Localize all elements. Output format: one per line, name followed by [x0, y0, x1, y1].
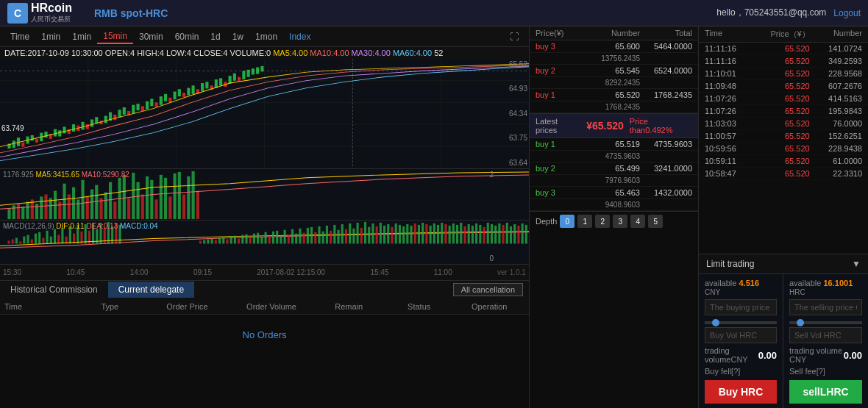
tl-number-11: 22.3310 [810, 169, 862, 178]
svg-rect-88 [104, 192, 107, 218]
latest-price-change: Price than0.492% [630, 117, 692, 135]
depth-btn-0[interactable]: 0 [560, 215, 574, 228]
svg-rect-214 [487, 222, 489, 243]
svg-rect-12 [21, 143, 24, 147]
svg-rect-208 [463, 226, 466, 243]
buy-order-row-total-2: 7976.9603 [530, 175, 698, 187]
nav-60min[interactable]: 60min [169, 30, 205, 43]
buy-button[interactable]: Buy HRC [705, 380, 777, 404]
top-bar: C HRcoin 人民币交易所 RMB spot-HRC hello，70524… [0, 0, 868, 26]
orders-col-op: Operation [454, 302, 524, 311]
svg-rect-177 [345, 229, 347, 243]
svg-rect-121 [54, 229, 56, 243]
svg-rect-189 [391, 226, 393, 243]
sell-slider[interactable] [789, 321, 862, 324]
svg-rect-187 [383, 225, 385, 243]
time-1400: 14:00 [130, 268, 149, 276]
nav-30min[interactable]: 30min [133, 30, 169, 43]
svg-rect-175 [337, 229, 339, 243]
svg-rect-34 [123, 107, 126, 115]
main-layout: Time 1min 1min 15min 30min 60min 1d 1w 1… [0, 26, 868, 408]
svg-rect-184 [371, 223, 374, 243]
svg-rect-202 [441, 222, 443, 243]
buy-slider[interactable] [705, 321, 777, 324]
tl-price-10: 65.520 [757, 157, 809, 165]
svg-rect-173 [330, 230, 332, 243]
trade-log-row-3: 11:10:01 65.520 228.9568 [699, 68, 868, 80]
sell-price-input[interactable] [789, 299, 862, 315]
logout-button[interactable]: Logout [833, 8, 861, 18]
nav-1d[interactable]: 1d [204, 30, 226, 43]
depth-btn-3[interactable]: 3 [613, 215, 627, 228]
tl-number-2: 349.2593 [810, 57, 862, 65]
nav-1min2[interactable]: 1min [66, 30, 97, 43]
depth-btn-1[interactable]: 1 [577, 215, 592, 228]
svg-rect-59 [238, 77, 241, 82]
svg-rect-105 [182, 194, 185, 219]
svg-rect-146 [226, 239, 228, 243]
nav-1w[interactable]: 1w [227, 30, 249, 43]
svg-rect-197 [421, 222, 424, 243]
sell-total-label [536, 54, 588, 62]
tl-number-9: 228.9438 [810, 144, 862, 153]
svg-rect-140 [203, 240, 205, 243]
sell-vol-input[interactable] [789, 327, 862, 343]
right-top: Price(¥) Number Total buy 3 65.600 5464.… [530, 26, 868, 408]
buy-number-3: 1432.0000 [640, 188, 692, 197]
svg-rect-14 [31, 135, 34, 140]
trading-form-dropdown-icon[interactable]: ▼ [852, 259, 861, 269]
depth-btn-4[interactable]: 4 [630, 215, 645, 228]
svg-rect-198 [425, 223, 427, 243]
svg-rect-71 [26, 201, 29, 219]
svg-rect-37 [136, 104, 139, 110]
sell-vol-value: 0.00 [844, 350, 862, 361]
buy-vol-input[interactable] [705, 327, 777, 343]
svg-rect-216 [494, 225, 497, 243]
trade-log-row-1: 11:11:16 65.520 141.0724 [699, 43, 868, 55]
cancel-all-button[interactable]: All cancellation [453, 283, 523, 296]
svg-rect-149 [238, 238, 240, 243]
nav-15min[interactable]: 15min [97, 29, 133, 44]
sell-total-3: 13756.2435 [588, 54, 640, 62]
nav-index[interactable]: Index [283, 30, 316, 43]
svg-rect-211 [475, 223, 477, 243]
trade-log-row-8: 11:00:57 65.520 152.6251 [699, 130, 868, 143]
svg-rect-49 [192, 85, 195, 94]
svg-rect-174 [333, 224, 335, 243]
sell-order-row-total-1: 1768.2435 [530, 101, 698, 113]
ob-header-number: Number [588, 29, 640, 37]
svg-rect-86 [95, 185, 98, 218]
buy-orders: buy 1 65.519 4735.9603 4735.9603 buy 2 6… [530, 138, 698, 211]
sell-slider-thumb [797, 319, 804, 326]
version-label: ver 1.0.1 [497, 268, 526, 276]
orders-col-type: Type [75, 302, 146, 311]
depth-btn-2[interactable]: 2 [595, 215, 610, 228]
nav-1mon[interactable]: 1mon [249, 30, 283, 43]
svg-rect-48 [187, 88, 190, 96]
expand-icon[interactable]: ⛶ [504, 30, 524, 43]
tab-historical[interactable]: Historical Commission [0, 282, 108, 298]
tl-time-7: 11:03:03 [705, 119, 757, 128]
svg-rect-183 [368, 226, 370, 243]
svg-rect-145 [222, 237, 224, 243]
nav-time[interactable]: Time [4, 30, 35, 43]
tl-price-9: 65.520 [757, 144, 809, 153]
svg-rect-160 [280, 235, 282, 243]
trade-log-row-10: 10:59:11 65.520 61.0000 [699, 155, 868, 168]
sell-vol-label: trading volume CNY [789, 346, 844, 364]
depth-btn-5[interactable]: 5 [648, 215, 663, 228]
tl-time-6: 11:07:26 [705, 107, 757, 115]
nav-1min[interactable]: 1min [35, 30, 66, 43]
buy-price-input[interactable] [705, 299, 777, 315]
svg-rect-157 [268, 236, 271, 243]
svg-rect-82 [77, 199, 79, 219]
svg-rect-222 [517, 225, 519, 243]
sell-button[interactable]: sellLHRC [789, 380, 862, 404]
svg-rect-200 [433, 223, 435, 243]
chart-nav: Time 1min 1min 15min 30min 60min 1d 1w 1… [0, 26, 529, 47]
svg-rect-90 [113, 201, 116, 219]
buy-order-row-total-1: 4735.9603 [530, 151, 698, 162]
tab-current[interactable]: Current delegate [108, 282, 194, 298]
volume-ma5: MA5:3415.65 [36, 171, 82, 179]
svg-rect-165 [299, 228, 301, 243]
